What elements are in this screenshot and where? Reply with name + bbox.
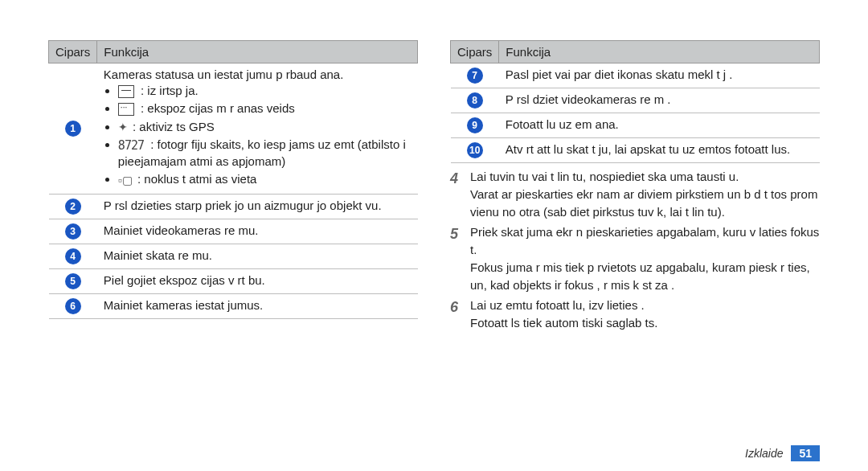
number-badge-6: 6 (65, 298, 81, 314)
step-cont: Fokus juma r mis tiek p rvietots uz apga… (470, 259, 820, 294)
bullet-item: ▫▢ : noklus t atmi as vieta (118, 171, 411, 187)
table-row: 7 Pasl piet vai par diet ikonas skatu me… (451, 63, 820, 88)
function-cell: P rsl dzieties starp priek jo un aizmugu… (97, 194, 418, 219)
table-row: 4 Mainiet skata re mu. (49, 244, 418, 268)
bullet-item: 8727 : fotogr fiju skaits, ko iesp jams … (118, 137, 411, 170)
table-row: 9 Fotoatt lu uz em ana. (451, 113, 820, 138)
card-icon (118, 85, 134, 98)
left-column: Cipars Funkcija 1 Kameras statusa un ies… (48, 40, 418, 442)
step-item: 4 Lai tuvin tu vai t lin tu, nospiediet … (450, 168, 820, 220)
step-cont: Varat ar pieskarties ekr nam ar diviem p… (470, 186, 820, 221)
storage-icon: ▫▢ (118, 173, 133, 188)
step-text: Lai uz emtu fotoatt lu, izv lieties . (470, 297, 820, 314)
number-badge-9: 9 (467, 117, 483, 133)
table-row: 6 Mainiet kameras iestat jumus. (49, 293, 418, 318)
step-number: 5 (450, 223, 462, 293)
gps-icon: ✦ (118, 120, 128, 135)
bullet-item: ✦ : aktiviz ts GPS (118, 119, 411, 135)
function-cell: Fotoatt lu uz em ana. (499, 113, 820, 138)
number-badge-1: 1 (65, 121, 81, 137)
number-badge-8: 8 (467, 92, 483, 109)
number-badge-4: 4 (65, 248, 81, 264)
number-badge-10: 10 (467, 142, 483, 158)
bullet-item: : ekspoz cijas m r anas veids (118, 100, 411, 117)
function-cell: Mainiet videokameras re mu. (97, 219, 418, 244)
step-number: 4 (450, 168, 462, 220)
table-row: 10 Atv rt att lu skat t ju, lai apskat t… (451, 138, 820, 163)
table-row: 3 Mainiet videokameras re mu. (49, 219, 418, 244)
number-badge-5: 5 (65, 273, 81, 289)
row-text: Kameras statusa un iestat jumu p rbaud a… (104, 68, 411, 81)
header-funkcija: Funkcija (499, 41, 820, 63)
function-table-left: Cipars Funkcija 1 Kameras statusa un ies… (48, 40, 418, 319)
function-cell: Kameras statusa un iestat jumu p rbaud a… (97, 63, 418, 195)
header-cipars: Cipars (49, 41, 97, 63)
function-cell: Piel gojiet ekspoz cijas v rt bu. (97, 268, 418, 293)
function-cell: P rsl dziet videokameras re m . (499, 88, 820, 113)
step-cont: Fotoatt ls tiek autom tiski saglab ts. (470, 314, 820, 332)
function-cell: Atv rt att lu skat t ju, lai apskat tu u… (499, 138, 820, 163)
page-number: 51 (791, 445, 820, 461)
header-funkcija: Funkcija (97, 41, 418, 63)
header-cipars: Cipars (451, 41, 499, 63)
table-row: 1 Kameras statusa un iestat jumu p rbaud… (49, 63, 418, 195)
step-item: 5 Priek skat juma ekr n pieskarieties ap… (450, 223, 820, 293)
table-row: 8 P rsl dziet videokameras re m . (451, 88, 820, 113)
function-table-right: Cipars Funkcija 7 Pasl piet vai par diet… (450, 40, 820, 163)
bullet-item: : iz irtsp ja. (118, 83, 411, 99)
step-number: 6 (450, 297, 462, 332)
step-text: Priek skat juma ekr n pieskarieties apga… (470, 223, 820, 259)
table-row: 2 P rsl dzieties starp priek jo un aizmu… (49, 194, 418, 219)
table-row: 5 Piel gojiet ekspoz cijas v rt bu. (49, 268, 418, 293)
counter-icon: 8727 (118, 137, 144, 154)
function-cell: Pasl piet vai par diet ikonas skatu mekl… (499, 63, 820, 88)
function-cell: Mainiet skata re mu. (97, 244, 418, 268)
page-footer: Izklaide 51 (745, 445, 820, 461)
exposure-icon (118, 103, 134, 116)
number-badge-7: 7 (467, 68, 483, 84)
step-text: Lai tuvin tu vai t lin tu, nospiediet sk… (470, 168, 820, 186)
function-cell: Mainiet kameras iestat jumus. (97, 293, 418, 318)
footer-section: Izklaide (745, 447, 783, 460)
number-badge-2: 2 (65, 199, 81, 215)
right-column: Cipars Funkcija 7 Pasl piet vai par diet… (450, 40, 820, 442)
number-badge-3: 3 (65, 223, 81, 240)
step-item: 6 Lai uz emtu fotoatt lu, izv lieties . … (450, 297, 820, 332)
step-list: 4 Lai tuvin tu vai t lin tu, nospiediet … (450, 168, 820, 332)
